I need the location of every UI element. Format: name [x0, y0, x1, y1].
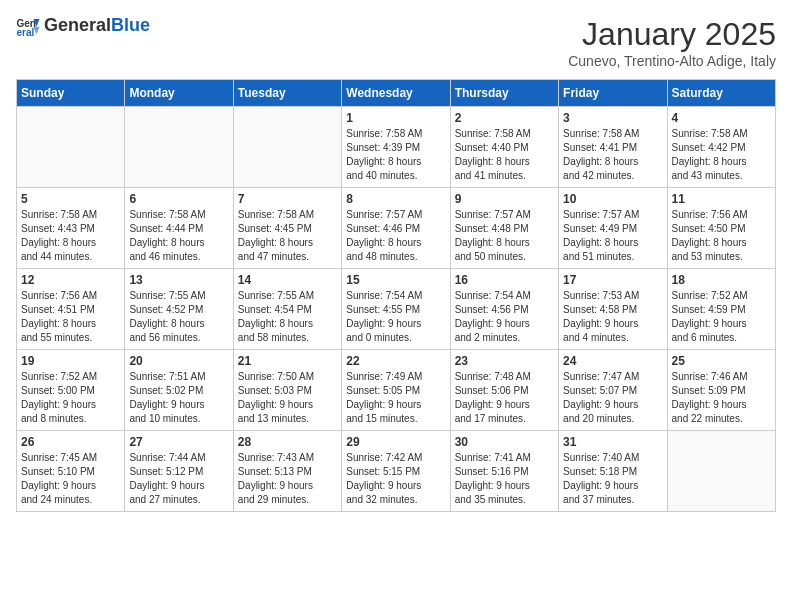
calendar-cell: 3Sunrise: 7:58 AM Sunset: 4:41 PM Daylig…	[559, 107, 667, 188]
day-number: 26	[21, 435, 120, 449]
calendar-cell: 4Sunrise: 7:58 AM Sunset: 4:42 PM Daylig…	[667, 107, 775, 188]
day-number: 25	[672, 354, 771, 368]
calendar-cell: 25Sunrise: 7:46 AM Sunset: 5:09 PM Dayli…	[667, 350, 775, 431]
calendar-cell: 28Sunrise: 7:43 AM Sunset: 5:13 PM Dayli…	[233, 431, 341, 512]
day-number: 14	[238, 273, 337, 287]
calendar-cell: 12Sunrise: 7:56 AM Sunset: 4:51 PM Dayli…	[17, 269, 125, 350]
day-info: Sunrise: 7:52 AM Sunset: 4:59 PM Dayligh…	[672, 289, 771, 345]
calendar-cell	[233, 107, 341, 188]
week-row-4: 26Sunrise: 7:45 AM Sunset: 5:10 PM Dayli…	[17, 431, 776, 512]
day-number: 4	[672, 111, 771, 125]
calendar-cell	[17, 107, 125, 188]
day-number: 18	[672, 273, 771, 287]
calendar-cell: 15Sunrise: 7:54 AM Sunset: 4:55 PM Dayli…	[342, 269, 450, 350]
day-number: 7	[238, 192, 337, 206]
calendar-cell: 30Sunrise: 7:41 AM Sunset: 5:16 PM Dayli…	[450, 431, 558, 512]
day-header-thursday: Thursday	[450, 80, 558, 107]
day-info: Sunrise: 7:54 AM Sunset: 4:56 PM Dayligh…	[455, 289, 554, 345]
week-row-3: 19Sunrise: 7:52 AM Sunset: 5:00 PM Dayli…	[17, 350, 776, 431]
days-header-row: SundayMondayTuesdayWednesdayThursdayFrid…	[17, 80, 776, 107]
title-area: January 2025 Cunevo, Trentino-Alto Adige…	[568, 16, 776, 69]
calendar-cell: 17Sunrise: 7:53 AM Sunset: 4:58 PM Dayli…	[559, 269, 667, 350]
day-info: Sunrise: 7:55 AM Sunset: 4:54 PM Dayligh…	[238, 289, 337, 345]
calendar-cell: 5Sunrise: 7:58 AM Sunset: 4:43 PM Daylig…	[17, 188, 125, 269]
day-number: 29	[346, 435, 445, 449]
day-info: Sunrise: 7:46 AM Sunset: 5:09 PM Dayligh…	[672, 370, 771, 426]
day-info: Sunrise: 7:57 AM Sunset: 4:49 PM Dayligh…	[563, 208, 662, 264]
day-number: 16	[455, 273, 554, 287]
calendar-cell: 23Sunrise: 7:48 AM Sunset: 5:06 PM Dayli…	[450, 350, 558, 431]
day-number: 2	[455, 111, 554, 125]
day-number: 20	[129, 354, 228, 368]
day-info: Sunrise: 7:44 AM Sunset: 5:12 PM Dayligh…	[129, 451, 228, 507]
week-row-2: 12Sunrise: 7:56 AM Sunset: 4:51 PM Dayli…	[17, 269, 776, 350]
calendar-cell: 7Sunrise: 7:58 AM Sunset: 4:45 PM Daylig…	[233, 188, 341, 269]
calendar-cell: 9Sunrise: 7:57 AM Sunset: 4:48 PM Daylig…	[450, 188, 558, 269]
day-info: Sunrise: 7:52 AM Sunset: 5:00 PM Dayligh…	[21, 370, 120, 426]
day-header-tuesday: Tuesday	[233, 80, 341, 107]
day-info: Sunrise: 7:58 AM Sunset: 4:43 PM Dayligh…	[21, 208, 120, 264]
day-number: 27	[129, 435, 228, 449]
day-number: 23	[455, 354, 554, 368]
calendar-cell: 24Sunrise: 7:47 AM Sunset: 5:07 PM Dayli…	[559, 350, 667, 431]
day-number: 6	[129, 192, 228, 206]
day-number: 24	[563, 354, 662, 368]
day-info: Sunrise: 7:58 AM Sunset: 4:41 PM Dayligh…	[563, 127, 662, 183]
day-number: 15	[346, 273, 445, 287]
day-number: 30	[455, 435, 554, 449]
day-number: 10	[563, 192, 662, 206]
day-info: Sunrise: 7:58 AM Sunset: 4:44 PM Dayligh…	[129, 208, 228, 264]
calendar-cell: 27Sunrise: 7:44 AM Sunset: 5:12 PM Dayli…	[125, 431, 233, 512]
day-info: Sunrise: 7:54 AM Sunset: 4:55 PM Dayligh…	[346, 289, 445, 345]
calendar-cell: 2Sunrise: 7:58 AM Sunset: 4:40 PM Daylig…	[450, 107, 558, 188]
svg-marker-3	[33, 27, 39, 35]
day-header-monday: Monday	[125, 80, 233, 107]
calendar-cell: 18Sunrise: 7:52 AM Sunset: 4:59 PM Dayli…	[667, 269, 775, 350]
calendar-table: SundayMondayTuesdayWednesdayThursdayFrid…	[16, 79, 776, 512]
day-info: Sunrise: 7:55 AM Sunset: 4:52 PM Dayligh…	[129, 289, 228, 345]
day-info: Sunrise: 7:56 AM Sunset: 4:51 PM Dayligh…	[21, 289, 120, 345]
day-number: 21	[238, 354, 337, 368]
day-number: 8	[346, 192, 445, 206]
day-header-saturday: Saturday	[667, 80, 775, 107]
day-number: 12	[21, 273, 120, 287]
day-number: 1	[346, 111, 445, 125]
day-info: Sunrise: 7:58 AM Sunset: 4:45 PM Dayligh…	[238, 208, 337, 264]
calendar-cell: 10Sunrise: 7:57 AM Sunset: 4:49 PM Dayli…	[559, 188, 667, 269]
calendar-cell: 16Sunrise: 7:54 AM Sunset: 4:56 PM Dayli…	[450, 269, 558, 350]
calendar-cell: 26Sunrise: 7:45 AM Sunset: 5:10 PM Dayli…	[17, 431, 125, 512]
calendar-cell: 22Sunrise: 7:49 AM Sunset: 5:05 PM Dayli…	[342, 350, 450, 431]
day-header-friday: Friday	[559, 80, 667, 107]
day-info: Sunrise: 7:45 AM Sunset: 5:10 PM Dayligh…	[21, 451, 120, 507]
calendar-body: 1Sunrise: 7:58 AM Sunset: 4:39 PM Daylig…	[17, 107, 776, 512]
logo-icon: Gen eral	[16, 16, 40, 36]
calendar-cell: 11Sunrise: 7:56 AM Sunset: 4:50 PM Dayli…	[667, 188, 775, 269]
day-info: Sunrise: 7:42 AM Sunset: 5:15 PM Dayligh…	[346, 451, 445, 507]
day-number: 5	[21, 192, 120, 206]
calendar-cell: 31Sunrise: 7:40 AM Sunset: 5:18 PM Dayli…	[559, 431, 667, 512]
day-number: 13	[129, 273, 228, 287]
calendar-cell: 8Sunrise: 7:57 AM Sunset: 4:46 PM Daylig…	[342, 188, 450, 269]
calendar-cell: 6Sunrise: 7:58 AM Sunset: 4:44 PM Daylig…	[125, 188, 233, 269]
day-number: 19	[21, 354, 120, 368]
calendar-cell: 14Sunrise: 7:55 AM Sunset: 4:54 PM Dayli…	[233, 269, 341, 350]
month-title: January 2025	[568, 16, 776, 53]
day-number: 22	[346, 354, 445, 368]
day-info: Sunrise: 7:51 AM Sunset: 5:02 PM Dayligh…	[129, 370, 228, 426]
day-header-wednesday: Wednesday	[342, 80, 450, 107]
header: Gen eral GeneralBlue January 2025 Cunevo…	[16, 16, 776, 69]
day-number: 31	[563, 435, 662, 449]
day-info: Sunrise: 7:43 AM Sunset: 5:13 PM Dayligh…	[238, 451, 337, 507]
week-row-0: 1Sunrise: 7:58 AM Sunset: 4:39 PM Daylig…	[17, 107, 776, 188]
svg-text:eral: eral	[16, 27, 34, 36]
day-info: Sunrise: 7:48 AM Sunset: 5:06 PM Dayligh…	[455, 370, 554, 426]
day-info: Sunrise: 7:58 AM Sunset: 4:39 PM Dayligh…	[346, 127, 445, 183]
calendar-cell: 13Sunrise: 7:55 AM Sunset: 4:52 PM Dayli…	[125, 269, 233, 350]
calendar-cell: 21Sunrise: 7:50 AM Sunset: 5:03 PM Dayli…	[233, 350, 341, 431]
subtitle: Cunevo, Trentino-Alto Adige, Italy	[568, 53, 776, 69]
calendar-cell: 20Sunrise: 7:51 AM Sunset: 5:02 PM Dayli…	[125, 350, 233, 431]
calendar-cell	[125, 107, 233, 188]
calendar-cell: 19Sunrise: 7:52 AM Sunset: 5:00 PM Dayli…	[17, 350, 125, 431]
logo-blue-text: Blue	[111, 15, 150, 35]
day-info: Sunrise: 7:50 AM Sunset: 5:03 PM Dayligh…	[238, 370, 337, 426]
